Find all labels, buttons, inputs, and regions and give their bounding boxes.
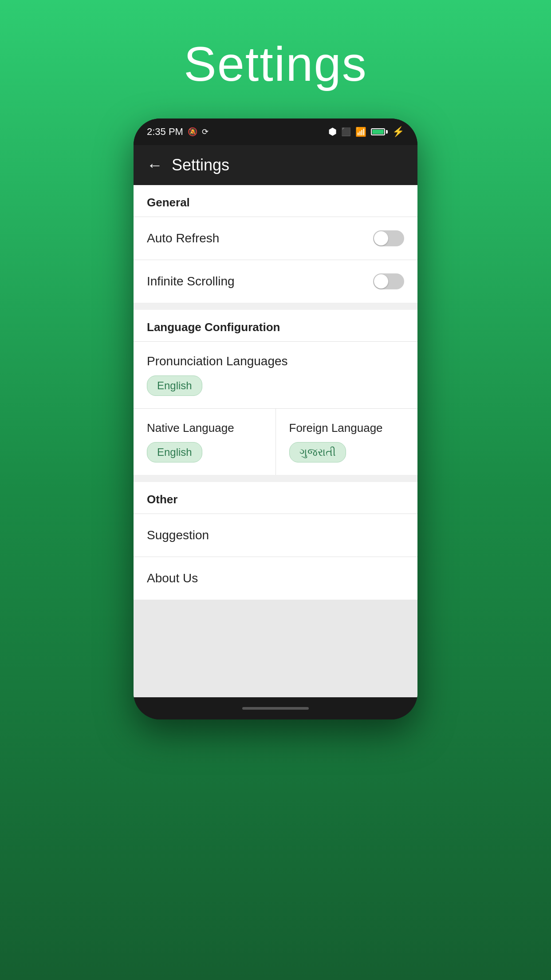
- pronunciation-row[interactable]: Pronunciation Languages English: [134, 342, 417, 409]
- page-title: Settings: [184, 36, 367, 92]
- status-bar-left: 2:35 PM 🔕 ⟳: [147, 126, 209, 138]
- pronunciation-english-tag[interactable]: English: [147, 375, 202, 396]
- page-header: Settings: [0, 0, 551, 119]
- infinite-scrolling-toggle[interactable]: [373, 273, 404, 289]
- home-indicator: [242, 707, 309, 710]
- native-language-label: Native Language: [147, 421, 262, 435]
- foreign-language-label: Foreign Language: [289, 421, 405, 435]
- battery-icon: [371, 128, 388, 135]
- charging-icon: ⚡: [392, 126, 404, 138]
- back-button[interactable]: ←: [147, 156, 163, 174]
- wifi-icon: 📶: [355, 126, 366, 137]
- other-section-header: Other: [134, 482, 417, 514]
- bluetooth-icon: ⬢: [328, 126, 337, 138]
- infinite-scrolling-row[interactable]: Infinite Scrolling: [134, 260, 417, 303]
- language-config-section: Language Configuration Pronunciation Lan…: [134, 310, 417, 475]
- infinite-scrolling-knob: [374, 274, 388, 288]
- sync-icon: ⟳: [202, 127, 209, 137]
- app-bar: ← Settings: [134, 145, 417, 185]
- pronunciation-label: Pronunciation Languages: [147, 354, 404, 368]
- phone-shell: 2:35 PM 🔕 ⟳ ⬢ ⬛ 📶 ⚡ ← Settings General: [134, 119, 417, 719]
- bottom-gray-area: [134, 600, 417, 697]
- language-config-label: Language Configuration: [147, 320, 280, 334]
- auto-refresh-label: Auto Refresh: [147, 231, 219, 245]
- about-us-row[interactable]: About Us: [134, 557, 417, 600]
- general-label: General: [147, 196, 190, 209]
- language-config-header: Language Configuration: [134, 310, 417, 342]
- status-bar-right: ⬢ ⬛ 📶 ⚡: [328, 126, 404, 138]
- general-section-header: General: [134, 185, 417, 217]
- auto-refresh-row[interactable]: Auto Refresh: [134, 217, 417, 260]
- app-bar-title: Settings: [172, 156, 229, 174]
- section-divider-1: [134, 303, 417, 310]
- suggestion-row[interactable]: Suggestion: [134, 514, 417, 557]
- about-us-label: About Us: [147, 571, 198, 585]
- native-foreign-row: Native Language English Foreign Language…: [134, 409, 417, 475]
- section-divider-2: [134, 475, 417, 482]
- home-indicator-bar: [134, 697, 417, 719]
- content-area: General Auto Refresh Infinite Scrolling …: [134, 185, 417, 697]
- cast-icon: ⬛: [341, 127, 351, 137]
- foreign-language-col[interactable]: Foreign Language ગુજરાતી: [276, 409, 418, 475]
- foreign-language-tag[interactable]: ગુજરાતી: [289, 442, 346, 462]
- mute-icon: 🔕: [188, 127, 197, 137]
- native-language-col[interactable]: Native Language English: [134, 409, 276, 475]
- other-section: Other Suggestion About Us: [134, 482, 417, 600]
- other-label: Other: [147, 493, 177, 506]
- auto-refresh-knob: [374, 231, 388, 245]
- native-language-tag[interactable]: English: [147, 442, 202, 462]
- suggestion-label: Suggestion: [147, 528, 209, 542]
- status-bar: 2:35 PM 🔕 ⟳ ⬢ ⬛ 📶 ⚡: [134, 119, 417, 145]
- infinite-scrolling-label: Infinite Scrolling: [147, 274, 235, 288]
- status-time: 2:35 PM: [147, 126, 183, 138]
- auto-refresh-toggle[interactable]: [373, 230, 404, 246]
